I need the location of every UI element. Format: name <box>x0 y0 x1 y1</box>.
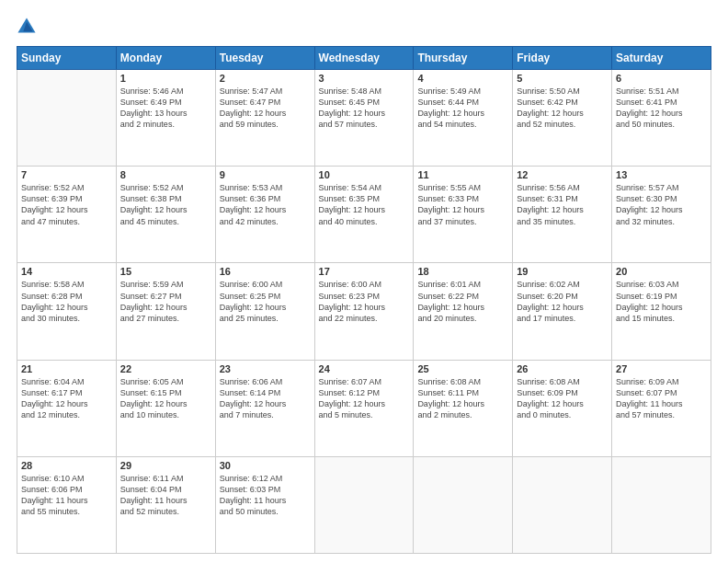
calendar-cell: 1Sunrise: 5:46 AM Sunset: 6:49 PM Daylig… <box>116 70 215 167</box>
calendar-cell <box>17 70 117 167</box>
calendar-week-row: 1Sunrise: 5:46 AM Sunset: 6:49 PM Daylig… <box>17 70 711 167</box>
day-info: Sunrise: 6:10 AM Sunset: 6:06 PM Dayligh… <box>21 473 112 518</box>
day-number: 18 <box>417 266 508 277</box>
day-number: 21 <box>21 363 112 374</box>
calendar-cell: 12Sunrise: 5:56 AM Sunset: 6:31 PM Dayli… <box>513 167 612 263</box>
calendar-cell <box>414 456 513 553</box>
column-header-friday: Friday <box>513 47 612 70</box>
day-number: 10 <box>319 169 410 180</box>
column-header-wednesday: Wednesday <box>314 47 414 70</box>
day-info: Sunrise: 5:56 AM Sunset: 6:31 PM Dayligh… <box>517 182 608 227</box>
calendar-cell: 17Sunrise: 6:00 AM Sunset: 6:23 PM Dayli… <box>314 263 414 360</box>
calendar-cell: 15Sunrise: 5:59 AM Sunset: 6:27 PM Dayli… <box>116 263 215 360</box>
day-info: Sunrise: 6:01 AM Sunset: 6:22 PM Dayligh… <box>417 279 508 324</box>
calendar-cell: 27Sunrise: 6:09 AM Sunset: 6:07 PM Dayli… <box>612 360 711 456</box>
logo-icon <box>17 17 37 37</box>
day-number: 16 <box>220 266 311 277</box>
calendar-cell: 19Sunrise: 6:02 AM Sunset: 6:20 PM Dayli… <box>513 263 612 360</box>
day-info: Sunrise: 6:12 AM Sunset: 6:03 PM Dayligh… <box>220 473 311 518</box>
day-info: Sunrise: 6:06 AM Sunset: 6:14 PM Dayligh… <box>220 376 311 421</box>
calendar-cell: 8Sunrise: 5:52 AM Sunset: 6:38 PM Daylig… <box>116 167 215 263</box>
day-number: 30 <box>220 460 311 471</box>
day-info: Sunrise: 6:09 AM Sunset: 6:07 PM Dayligh… <box>616 376 707 421</box>
column-header-sunday: Sunday <box>17 47 117 70</box>
calendar-cell: 10Sunrise: 5:54 AM Sunset: 6:35 PM Dayli… <box>314 167 414 263</box>
day-info: Sunrise: 6:07 AM Sunset: 6:12 PM Dayligh… <box>319 376 410 421</box>
day-info: Sunrise: 5:50 AM Sunset: 6:42 PM Dayligh… <box>517 86 608 131</box>
day-info: Sunrise: 5:55 AM Sunset: 6:33 PM Dayligh… <box>417 182 508 227</box>
calendar-week-row: 28Sunrise: 6:10 AM Sunset: 6:06 PM Dayli… <box>17 456 711 553</box>
calendar-cell: 25Sunrise: 6:08 AM Sunset: 6:11 PM Dayli… <box>414 360 513 456</box>
calendar-cell: 3Sunrise: 5:48 AM Sunset: 6:45 PM Daylig… <box>314 70 414 167</box>
day-info: Sunrise: 6:08 AM Sunset: 6:09 PM Dayligh… <box>517 376 608 421</box>
calendar-cell: 4Sunrise: 5:49 AM Sunset: 6:44 PM Daylig… <box>414 70 513 167</box>
calendar-week-row: 7Sunrise: 5:52 AM Sunset: 6:39 PM Daylig… <box>17 167 711 263</box>
calendar-header-row: SundayMondayTuesdayWednesdayThursdayFrid… <box>17 47 711 70</box>
day-info: Sunrise: 5:59 AM Sunset: 6:27 PM Dayligh… <box>120 279 211 324</box>
day-number: 12 <box>517 169 608 180</box>
calendar-table: SundayMondayTuesdayWednesdayThursdayFrid… <box>17 46 711 554</box>
day-number: 8 <box>120 169 211 180</box>
calendar-cell: 18Sunrise: 6:01 AM Sunset: 6:22 PM Dayli… <box>414 263 513 360</box>
day-info: Sunrise: 5:47 AM Sunset: 6:47 PM Dayligh… <box>220 86 311 131</box>
day-info: Sunrise: 6:05 AM Sunset: 6:15 PM Dayligh… <box>120 376 211 421</box>
day-number: 11 <box>417 169 508 180</box>
calendar-cell <box>314 456 414 553</box>
day-info: Sunrise: 5:54 AM Sunset: 6:35 PM Dayligh… <box>319 182 410 227</box>
calendar-cell: 30Sunrise: 6:12 AM Sunset: 6:03 PM Dayli… <box>215 456 314 553</box>
calendar-week-row: 14Sunrise: 5:58 AM Sunset: 6:28 PM Dayli… <box>17 263 711 360</box>
page-header <box>17 17 711 37</box>
day-info: Sunrise: 5:51 AM Sunset: 6:41 PM Dayligh… <box>616 86 707 131</box>
day-number: 29 <box>120 460 211 471</box>
day-info: Sunrise: 6:00 AM Sunset: 6:23 PM Dayligh… <box>319 279 410 324</box>
day-number: 27 <box>616 363 707 374</box>
day-info: Sunrise: 5:46 AM Sunset: 6:49 PM Dayligh… <box>120 86 211 131</box>
day-number: 14 <box>21 266 112 277</box>
day-number: 17 <box>319 266 410 277</box>
day-number: 5 <box>517 73 608 84</box>
day-number: 20 <box>616 266 707 277</box>
column-header-saturday: Saturday <box>612 47 711 70</box>
day-number: 3 <box>319 73 410 84</box>
day-number: 23 <box>220 363 311 374</box>
calendar-cell: 20Sunrise: 6:03 AM Sunset: 6:19 PM Dayli… <box>612 263 711 360</box>
calendar-cell: 7Sunrise: 5:52 AM Sunset: 6:39 PM Daylig… <box>17 167 117 263</box>
day-info: Sunrise: 6:11 AM Sunset: 6:04 PM Dayligh… <box>120 473 211 518</box>
calendar-cell: 28Sunrise: 6:10 AM Sunset: 6:06 PM Dayli… <box>17 456 117 553</box>
calendar-cell: 23Sunrise: 6:06 AM Sunset: 6:14 PM Dayli… <box>215 360 314 456</box>
day-number: 6 <box>616 73 707 84</box>
day-number: 28 <box>21 460 112 471</box>
day-number: 22 <box>120 363 211 374</box>
logo <box>17 17 40 37</box>
calendar-cell: 21Sunrise: 6:04 AM Sunset: 6:17 PM Dayli… <box>17 360 117 456</box>
calendar-cell: 14Sunrise: 5:58 AM Sunset: 6:28 PM Dayli… <box>17 263 117 360</box>
calendar-cell: 11Sunrise: 5:55 AM Sunset: 6:33 PM Dayli… <box>414 167 513 263</box>
day-number: 13 <box>616 169 707 180</box>
calendar-cell: 29Sunrise: 6:11 AM Sunset: 6:04 PM Dayli… <box>116 456 215 553</box>
calendar-cell: 9Sunrise: 5:53 AM Sunset: 6:36 PM Daylig… <box>215 167 314 263</box>
day-number: 9 <box>220 169 311 180</box>
calendar-cell <box>612 456 711 553</box>
day-info: Sunrise: 6:03 AM Sunset: 6:19 PM Dayligh… <box>616 279 707 324</box>
calendar-week-row: 21Sunrise: 6:04 AM Sunset: 6:17 PM Dayli… <box>17 360 711 456</box>
calendar-cell: 6Sunrise: 5:51 AM Sunset: 6:41 PM Daylig… <box>612 70 711 167</box>
column-header-tuesday: Tuesday <box>215 47 314 70</box>
day-number: 19 <box>517 266 608 277</box>
day-info: Sunrise: 6:02 AM Sunset: 6:20 PM Dayligh… <box>517 279 608 324</box>
day-info: Sunrise: 5:58 AM Sunset: 6:28 PM Dayligh… <box>21 279 112 324</box>
day-info: Sunrise: 6:00 AM Sunset: 6:25 PM Dayligh… <box>220 279 311 324</box>
calendar-cell: 26Sunrise: 6:08 AM Sunset: 6:09 PM Dayli… <box>513 360 612 456</box>
day-info: Sunrise: 5:52 AM Sunset: 6:38 PM Dayligh… <box>120 182 211 227</box>
day-number: 7 <box>21 169 112 180</box>
day-info: Sunrise: 5:53 AM Sunset: 6:36 PM Dayligh… <box>220 182 311 227</box>
day-info: Sunrise: 6:04 AM Sunset: 6:17 PM Dayligh… <box>21 376 112 421</box>
day-info: Sunrise: 5:49 AM Sunset: 6:44 PM Dayligh… <box>417 86 508 131</box>
day-info: Sunrise: 6:08 AM Sunset: 6:11 PM Dayligh… <box>417 376 508 421</box>
calendar-cell: 2Sunrise: 5:47 AM Sunset: 6:47 PM Daylig… <box>215 70 314 167</box>
calendar-cell: 22Sunrise: 6:05 AM Sunset: 6:15 PM Dayli… <box>116 360 215 456</box>
calendar-cell: 24Sunrise: 6:07 AM Sunset: 6:12 PM Dayli… <box>314 360 414 456</box>
calendar-cell <box>513 456 612 553</box>
calendar-cell: 5Sunrise: 5:50 AM Sunset: 6:42 PM Daylig… <box>513 70 612 167</box>
day-number: 2 <box>220 73 311 84</box>
day-number: 15 <box>120 266 211 277</box>
